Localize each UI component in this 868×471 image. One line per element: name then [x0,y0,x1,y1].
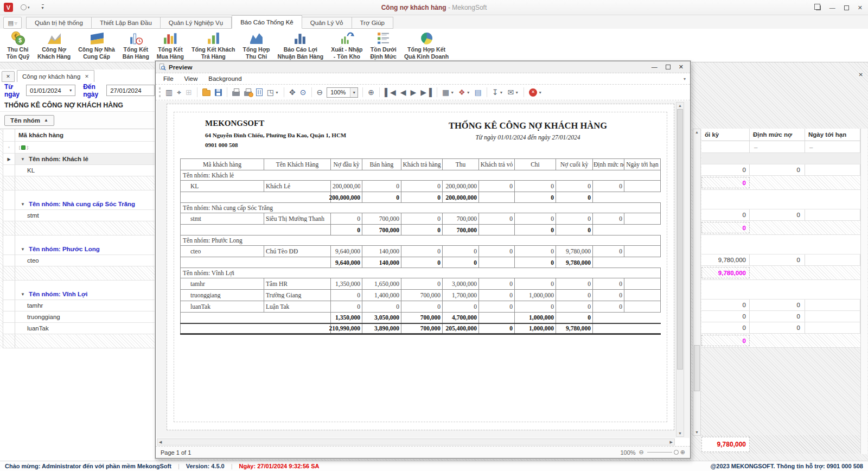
group-row-content[interactable]: ▼Tên nhóm: Nhà cung cấp Sóc Trăng [15,199,155,210]
zoom-slider-track[interactable] [647,452,672,453]
group-row-content[interactable]: ▼Tên nhóm: Vĩnh Lợi [15,289,155,300]
zoom-combo-caret-icon[interactable]: ▼ [350,88,358,97]
ribbon-tab[interactable]: Quản trị hệ thống [26,17,92,29]
watermark-button[interactable]: ▤ [473,87,483,97]
export-document-button[interactable]: ↧▼ [490,87,505,97]
right-grid-filter-row[interactable]: –– [701,141,860,153]
page-color-caret-icon[interactable]: ▼ [467,91,470,94]
preview-titlebar[interactable]: Preview — ✕ [156,61,690,73]
preview-scroll-down-icon[interactable]: ▼ [676,431,684,435]
ribbon-button-tong-ket-khach-tra-hang[interactable]: Tổng Kết KháchTrả Hàng [188,30,239,61]
preview-scroll-left-icon[interactable]: ◀ [159,440,162,444]
zoom-out-slider-icon[interactable]: ⊖ [639,449,644,456]
preview-scroll-up-icon[interactable]: ▲ [676,104,684,107]
ribbon-tab[interactable]: Quản Lý Vỏ [302,17,352,29]
right-grid-header-cell[interactable]: ối kỳ [701,129,750,141]
customer-row-content[interactable]: cteo [15,255,155,266]
from-date-input[interactable]: 01/01/2024▼ [26,85,75,96]
customer-row-content[interactable]: stmt [15,210,155,221]
send-email-caret-icon[interactable]: ▼ [515,91,519,94]
grid-vertical-scrollbar[interactable]: ▲ ▼ [693,129,701,436]
preview-close-button[interactable]: ✕ [679,64,684,70]
scrollbar-thumb[interactable] [694,345,700,391]
collapse-icon[interactable]: ▼ [21,202,25,207]
ribbon-button-bao-cao-loi-nhuan-ban-hang[interactable]: Báo Cáo LợiNhuận Bán Hàng [274,30,328,61]
preview-minimize-button[interactable]: — [652,64,658,70]
export-document-caret-icon[interactable]: ▼ [500,91,503,94]
maximize-button[interactable] [844,5,849,10]
send-email-button[interactable]: ✉▼ [506,87,520,97]
zoom-slider-knob[interactable] [674,450,679,455]
menu-item-view[interactable]: View [179,75,203,82]
group-row-content[interactable]: ▼Tên nhóm: Khách lẻ [15,154,155,165]
panel-close-icon[interactable]: ✕ [859,72,863,78]
customer-row-content[interactable]: luanTak [15,323,155,334]
customer-row-content[interactable]: tamhr [15,300,155,311]
save-document-button[interactable] [213,88,224,97]
search-button[interactable]: ⌖ [175,87,183,97]
ribbon-button-cong-no-nha-cung-cap[interactable]: Công Nợ NhàCung Cấp [74,30,119,61]
ribbon-button-tong-hop-thu-chi[interactable]: Tổng HợpThu Chi [239,30,274,61]
app-menu-button[interactable]: ▤▽ [3,17,22,29]
zoom-in-slider-icon[interactable]: ⊕ [680,449,685,456]
page-color-button[interactable]: ❖▼ [457,87,472,97]
ribbon-button-ton-duoi-dinh-muc[interactable]: Tồn DướiĐịnh Mức [366,30,400,61]
ribbon-tab[interactable]: Báo Cáo Thống Kê [232,15,302,29]
exit-preview-button[interactable]: ▼ [527,87,544,98]
quick-access-caret-icon[interactable]: ▾ [28,5,30,10]
popout-icon[interactable] [816,5,821,10]
ribbon-button-cong-no-khach-hang[interactable]: Công NợKhách Hàng [34,30,74,61]
collapse-icon[interactable]: ▼ [21,157,25,162]
first-page-button[interactable]: ▌◀ [383,87,398,97]
multiple-pages-button[interactable]: ▦▼ [441,87,456,97]
ribbon-tab[interactable]: Thiết Lập Ban Đầu [92,17,161,29]
from-date-caret-icon[interactable]: ▼ [66,88,75,92]
preview-horizontal-scrollbar[interactable]: ◀ ▶ [157,438,675,445]
last-page-button[interactable]: ▶▐ [419,87,433,97]
ribbon-tab[interactable]: Trợ Giúp [352,17,393,29]
ribbon-tab[interactable]: Quản Lý Nghiệp Vụ [161,17,232,29]
quick-access-icon[interactable] [21,4,27,10]
minimize-button[interactable]: — [829,5,835,11]
customer-row-content[interactable]: KL [15,165,155,176]
hand-tool-button[interactable]: ✥ [288,87,297,97]
group-row-content[interactable]: ▼Tên nhóm: Phước Long [15,244,155,255]
multiple-pages-caret-icon[interactable]: ▼ [450,91,454,94]
menu-item-background[interactable]: Background [203,75,247,82]
right-grid-filter-cell[interactable]: – [805,141,860,153]
tab-cong-no-khach-hang[interactable]: Công nợ khách hàng ✕ [17,70,94,82]
right-grid-header-cell[interactable]: Ngày tới hạn [805,129,860,141]
ribbon-button-tong-ket-mua-hang[interactable]: Tổng KếtMua Hàng [153,30,188,61]
preview-vertical-scrollbar[interactable]: ▲ ▼ [676,102,684,437]
menubar-overflow-icon[interactable]: ▾ [684,77,686,81]
grid-filter-row-content[interactable]: []: [15,142,155,154]
scroll-up-icon[interactable]: ▲ [693,130,700,134]
print-button[interactable] [231,87,241,97]
magnifier-button[interactable]: ⊙ [298,87,308,97]
grid-column-header-content[interactable]: Mã khách hàng [15,129,155,142]
customize-toolbar-icon[interactable]: ▾ [42,4,44,10]
open-document-button[interactable] [201,87,212,97]
menu-item-file[interactable]: File [158,75,179,82]
app-logo-icon[interactable]: V [4,3,13,12]
preview-maximize-button[interactable] [666,65,671,69]
scale-caret-icon[interactable]: ▼ [275,91,279,94]
zoom-in-button[interactable]: ⊕ [366,87,376,97]
right-grid-filter-cell[interactable] [701,141,750,153]
customer-row-content[interactable]: truonggiang [15,311,155,323]
ribbon-button-tong-hop-ket-qua-kinh-doanh[interactable]: Tổng Hợp KếtQuả Kinh Doanh [400,30,452,61]
scale-button[interactable]: ◳▼ [265,87,280,97]
preview-vscroll-thumb[interactable] [677,109,683,370]
close-button[interactable]: ✕ [858,5,863,11]
close-all-tabs-button[interactable]: ✕ [2,71,15,82]
next-page-button[interactable]: ▶ [409,87,418,97]
ribbon-button-tong-ket-ban-hang[interactable]: Tổng KếtBán Hàng [119,30,153,61]
to-date-input[interactable]: 27/01/2024 [106,85,155,96]
group-by-chip[interactable]: Tên nhóm▲ [4,115,54,126]
ribbon-button-xuat-nhap-ton-kho[interactable]: Xuất - Nhập- Tồn Kho [327,30,366,61]
right-grid-filter-cell[interactable]: – [750,141,805,153]
page-setup-button[interactable] [254,87,264,97]
scroll-down-icon[interactable]: ▼ [693,430,700,434]
collapse-icon[interactable]: ▼ [21,247,25,252]
document-map-button[interactable]: ▥ [164,87,174,97]
